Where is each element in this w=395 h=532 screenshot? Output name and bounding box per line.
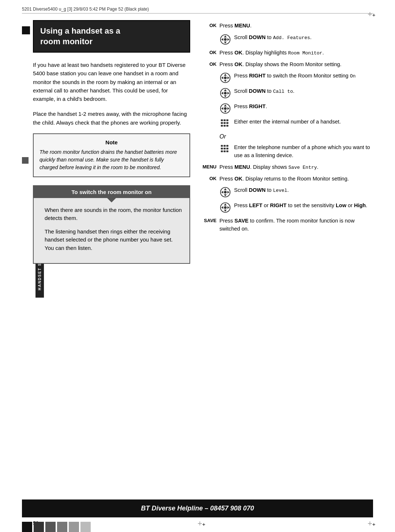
svg-rect-26 <box>226 119 229 121</box>
svg-rect-41 <box>226 151 229 152</box>
svg-marker-45 <box>221 191 223 194</box>
svg-rect-24 <box>221 119 223 121</box>
note-title: Note <box>40 139 184 145</box>
instr-row-1: OK Press MENU. <box>201 22 375 30</box>
bottom-center-crosshair: + <box>198 520 205 527</box>
bar-6 <box>80 522 91 532</box>
switch-para-1: When there are sounds in the room, the m… <box>45 206 182 223</box>
svg-marker-10 <box>227 77 230 80</box>
key-ok-3: OK <box>201 49 217 55</box>
svg-marker-4 <box>227 38 230 41</box>
svg-marker-44 <box>224 194 227 197</box>
key-menu-10: MENU <box>201 163 217 170</box>
section-title: Using a handset as a room monitor <box>40 26 183 47</box>
svg-marker-15 <box>221 92 223 95</box>
svg-rect-36 <box>221 148 223 150</box>
keypad-icon-9 <box>219 144 231 155</box>
svg-point-11 <box>224 77 227 80</box>
svg-marker-3 <box>221 38 223 41</box>
note-text: The room monitor function drains the han… <box>40 148 184 171</box>
barcode-strip <box>22 522 91 532</box>
instr-row-11: OK Press OK. Display returns to the Room… <box>201 175 375 183</box>
black-square-decoration-mid <box>22 157 29 164</box>
instr-text-13: Press LEFT or RIGHT to set the sensitivi… <box>234 202 375 210</box>
key-ok-11: OK <box>201 175 217 181</box>
key-empty-13 <box>201 202 217 202</box>
instr-text-5: Press RIGHT to switch the Room Monitor s… <box>234 72 375 80</box>
instr-row-7: Press RIGHT. <box>201 103 375 114</box>
instr-row-3: OK Press OK. Display highlights Room Mon… <box>201 49 375 57</box>
instr-row-9: Enter the telephone number of a phone wh… <box>201 144 375 160</box>
svg-rect-25 <box>223 119 226 121</box>
nav-icon-12 <box>219 186 231 198</box>
instr-text-9: Enter the telephone number of a phone wh… <box>234 144 375 160</box>
instr-text-1: Press MENU. <box>219 22 375 30</box>
instr-text-6: Scroll DOWN to Call to. <box>234 87 375 95</box>
svg-rect-37 <box>223 148 226 150</box>
bar-5 <box>69 522 79 532</box>
instr-text-11: Press OK. Display returns to the Room Mo… <box>219 175 375 183</box>
instr-text-2: Scroll DOWN to Add. Features. <box>234 34 375 42</box>
instr-row-12: Scroll DOWN to Level. <box>201 186 375 198</box>
svg-point-47 <box>224 191 227 194</box>
svg-marker-20 <box>224 111 227 113</box>
intro-paragraph-2: Place the handset 1-2 metres away, with … <box>33 110 190 127</box>
instr-row-5: Press RIGHT to switch the Room Monitor s… <box>201 72 375 84</box>
key-empty-2 <box>201 34 217 34</box>
key-save-14: SAVE <box>201 217 217 223</box>
instr-row-10: MENU Press MENU. Display shows Save Entr… <box>201 163 375 171</box>
svg-rect-32 <box>226 125 229 127</box>
svg-marker-19 <box>224 104 227 107</box>
key-empty-9 <box>201 144 217 144</box>
key-empty-8 <box>201 118 217 119</box>
key-empty-7 <box>201 103 217 103</box>
svg-rect-33 <box>221 145 223 147</box>
instr-row-4: OK Press OK. Display shows the Room Moni… <box>201 61 375 69</box>
switch-on-box: To switch the room monitor on When there… <box>33 185 190 264</box>
instr-text-4: Press OK. Display shows the Room Monitor… <box>219 61 375 69</box>
instr-text-3: Press OK. Display highlights Room Monito… <box>219 49 375 57</box>
svg-marker-9 <box>221 77 223 80</box>
instr-text-14: Press SAVE to confirm. The room monitor … <box>219 217 375 233</box>
main-content: Using a handset as a room monitor If you… <box>33 20 375 495</box>
key-ok-1: OK <box>201 22 217 28</box>
bar-1 <box>22 522 32 532</box>
svg-rect-35 <box>226 145 229 147</box>
key-empty-12 <box>201 186 217 187</box>
instr-row-8: Either enter the internal number of a ha… <box>201 118 375 130</box>
instr-row-14: SAVE Press SAVE to confirm. The room mon… <box>201 217 375 233</box>
svg-marker-43 <box>224 188 227 190</box>
bar-4 <box>57 522 67 532</box>
or-divider: Or <box>219 133 375 140</box>
svg-marker-8 <box>224 80 227 82</box>
svg-rect-27 <box>221 122 223 124</box>
svg-marker-50 <box>224 210 227 212</box>
svg-rect-31 <box>223 125 226 127</box>
nav-icon-7 <box>219 103 231 114</box>
svg-marker-2 <box>224 41 227 43</box>
nav-icon-13 <box>219 202 231 213</box>
svg-marker-21 <box>221 107 223 110</box>
nav-icon-6 <box>219 87 231 99</box>
bar-2 <box>34 522 44 532</box>
keypad-icon-8 <box>219 118 231 130</box>
instr-row-13: Press LEFT or RIGHT to set the sensitivi… <box>201 202 375 213</box>
top-right-crosshair: + <box>368 10 375 18</box>
header-bar: 5201 Diverse5400 u_g [3] 29/8/03 5:42 PM… <box>22 7 373 14</box>
right-column: OK Press MENU. Scroll DOWN to Add. Featu… <box>201 20 375 495</box>
footer-bar: BT Diverse Helpline – 08457 908 070 <box>22 499 373 517</box>
svg-point-5 <box>224 38 227 41</box>
instr-text-8: Either enter the internal number of a ha… <box>234 118 375 126</box>
switch-box-title: To switch the room monitor on <box>34 186 189 198</box>
instr-text-7: Press RIGHT. <box>234 103 375 111</box>
intro-paragraph-1: If you have at least two handsets regist… <box>33 61 190 103</box>
key-empty-6 <box>201 87 217 88</box>
svg-marker-49 <box>224 204 227 206</box>
bar-3 <box>45 522 56 532</box>
nav-icon-2 <box>219 34 231 45</box>
svg-marker-14 <box>224 95 227 98</box>
svg-marker-52 <box>227 206 230 209</box>
instr-row-6: Scroll DOWN to Call to. <box>201 87 375 99</box>
svg-point-17 <box>224 92 227 95</box>
bottom-right-crosshair: + <box>368 520 375 527</box>
